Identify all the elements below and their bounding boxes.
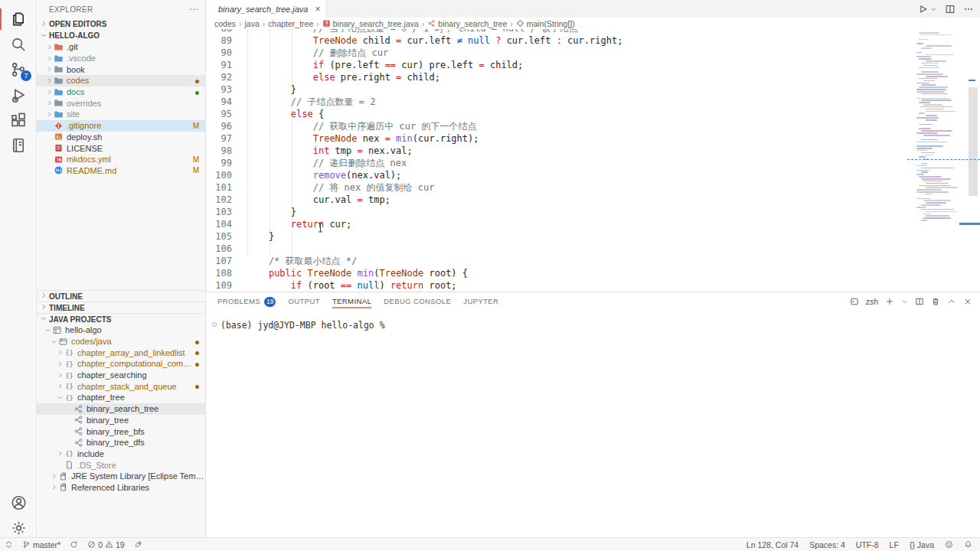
breadcrumb-item[interactable]: chapter_tree — [268, 19, 313, 28]
activity-extensions-icon[interactable] — [0, 107, 37, 133]
activity-files-icon[interactable] — [0, 6, 37, 32]
java-project-item-referencedlibraries[interactable]: Referenced Libraries — [37, 482, 205, 494]
code-line-101[interactable]: 101 // 将 nex 的值复制给 cur — [207, 181, 906, 194]
code-line-96[interactable]: 96 // 获取中序遍历中 cur 的下一个结点 — [207, 120, 906, 132]
java-runtime-status[interactable] — [134, 540, 142, 549]
close-icon[interactable] — [963, 297, 972, 306]
activity-run-debug-icon[interactable] — [0, 82, 37, 108]
code-line-92[interactable]: 92 else pre.right = child; — [207, 71, 906, 83]
explorer-item-deploy.sh[interactable]: deploy.sh — [37, 132, 205, 143]
panel-tab-debug-console[interactable]: DEBUG CONSOLE — [384, 292, 451, 311]
code-line-95[interactable]: 95 else { — [207, 108, 906, 120]
explorer-item-mkdocs.yml[interactable]: mkdocs.ymlM — [37, 154, 205, 165]
chevron-up-icon[interactable] — [947, 297, 956, 306]
java-project-item-hello-algo[interactable]: hello-algo — [37, 324, 205, 336]
sync-status[interactable] — [70, 540, 78, 549]
java-project-item-include[interactable]: {}include — [37, 448, 205, 460]
split-editor-icon[interactable] — [945, 4, 956, 15]
activity-source-control-icon[interactable]: 7 — [0, 57, 37, 83]
code-line-98[interactable]: 98 int tmp = nex.val; — [207, 145, 906, 157]
code-line-90[interactable]: 90 // 删除结点 cur — [207, 47, 906, 59]
java-project-item-chapter_tree[interactable]: {}chapter_tree — [37, 392, 205, 403]
editor-scrollbar[interactable] — [969, 87, 978, 196]
explorer-item-.gitignore[interactable]: .gitignoreM — [37, 120, 205, 132]
explorer-item-.vscode[interactable]: .vscode — [37, 53, 205, 64]
code-line-109[interactable]: 109 if (root == null) return root; — [207, 279, 906, 292]
plus-icon[interactable] — [885, 297, 894, 306]
java-project-item-chapter_computational_complexity[interactable]: {}chapter_computational_complexity — [37, 358, 205, 370]
java-project-item-chapter_array_and_linkedlist[interactable]: {}chapter_array_and_linkedlist — [37, 347, 205, 358]
code-line-103[interactable]: 103 } — [207, 206, 906, 218]
code-line-106[interactable]: 106 — [207, 243, 906, 255]
eol-status[interactable]: LF — [890, 540, 899, 549]
language-status[interactable]: {} Java — [910, 540, 934, 549]
activity-account-icon[interactable] — [0, 490, 37, 516]
indentation-status[interactable]: Spaces: 4 — [809, 540, 845, 549]
explorer-item-codes[interactable]: codes — [37, 75, 205, 86]
code-line-108[interactable]: 108 public TreeNode min(TreeNode root) { — [207, 267, 906, 279]
explorer-item-readme.md[interactable]: README.mdM — [37, 165, 205, 177]
code-line-93[interactable]: 93 } — [207, 83, 906, 96]
explorer-item-docs[interactable]: docs — [37, 86, 205, 98]
code-editor[interactable]: 88 // 当子结点数量 = 0 / 1 时， child = null / 该… — [207, 29, 980, 292]
trash-icon[interactable] — [931, 297, 940, 306]
java-projects-section[interactable]: JAVA PROJECTS — [37, 313, 205, 324]
code-line-88[interactable]: 88 // 当子结点数量 = 0 / 1 时， child = null / 该… — [207, 29, 906, 34]
branch-status[interactable]: master* — [22, 540, 60, 549]
terminal-picker-icon[interactable] — [850, 297, 859, 306]
java-project-item-chapter_searching[interactable]: {}chapter_searching — [37, 370, 205, 381]
open-editors-section[interactable]: OPEN EDITORS — [37, 18, 205, 30]
java-project-item-jresystemlibraryeclipsetemurin1717...[interactable]: JRE System Library [Eclipse Temurin 17 [… — [37, 471, 205, 482]
tab-close-icon[interactable]: × — [315, 4, 320, 15]
breadcrumb-item[interactable]: main(String[]) — [516, 19, 575, 28]
breadcrumb-item[interactable]: codes — [214, 19, 236, 28]
problems-status[interactable]: 019 — [87, 540, 125, 549]
code-line-89[interactable]: 89 TreeNode child = cur.left ≠ null ? cu… — [207, 34, 906, 47]
code-line-97[interactable]: 97 TreeNode nex = min(cur.right); — [207, 132, 906, 145]
notifications-bell[interactable] — [964, 540, 972, 549]
remote-indicator[interactable] — [5, 540, 13, 549]
sidebar-more-actions-icon[interactable]: ⋯ — [189, 4, 199, 15]
more-icon[interactable] — [963, 4, 974, 15]
shell-name-label[interactable]: zsh — [866, 297, 878, 306]
split-panel-icon[interactable] — [915, 297, 924, 306]
explorer-item-.git[interactable]: .git — [37, 41, 205, 53]
chevron-down-icon[interactable] — [901, 298, 908, 305]
terminal[interactable]: (base) jyd@JYD-MBP hello-algo % — [207, 311, 980, 331]
chevron-down-icon[interactable] — [930, 5, 937, 12]
java-project-item-codesjava[interactable]: codes/java — [37, 336, 205, 347]
explorer-item-site[interactable]: site — [37, 109, 205, 120]
code-line-91[interactable]: 91 if (pre.left == cur) pre.left = child… — [207, 59, 906, 71]
code-line-104[interactable]: 104 return cur; — [207, 218, 906, 230]
code-line-107[interactable]: 107 /* 获取最小结点 */ — [207, 255, 906, 267]
tab-binary-search-tree[interactable]: binary_search_tree.java × — [207, 0, 327, 18]
explorer-item-book[interactable]: book — [37, 64, 205, 75]
panel-tab-jupyter[interactable]: JUPYTER — [463, 292, 498, 311]
java-project-item-binary_tree[interactable]: binary_tree — [37, 415, 205, 426]
activity-notebook-icon[interactable] — [0, 132, 37, 158]
panel-tab-terminal[interactable]: TERMINAL — [332, 292, 371, 311]
activity-search-icon[interactable] — [0, 31, 37, 57]
breadcrumb-item[interactable]: java — [245, 19, 260, 28]
code-line-100[interactable]: 100 remove(nex.val); — [207, 169, 906, 181]
java-project-item-.ds_store[interactable]: .DS_Store — [37, 459, 205, 471]
panel-tab-problems[interactable]: PROBLEMS19 — [217, 292, 276, 311]
timeline-section[interactable]: TIMELINE — [37, 302, 205, 313]
cursor-position-status[interactable]: Ln 128, Col 74 — [746, 540, 799, 549]
code-line-99[interactable]: 99 // 递归删除结点 nex — [207, 157, 906, 169]
breadcrumb-item[interactable]: binary_search_tree — [427, 19, 507, 28]
code-line-102[interactable]: 102 cur.val = tmp; — [207, 194, 906, 206]
java-project-item-binary_tree_dfs[interactable]: binary_tree_dfs — [37, 437, 205, 448]
run-icon[interactable] — [917, 4, 928, 15]
explorer-item-license[interactable]: LICENSE — [37, 142, 205, 154]
feedback-status[interactable] — [945, 540, 953, 549]
breadcrumb-item[interactable]: binary_search_tree.java — [322, 19, 419, 28]
explorer-item-overrides[interactable]: overrides — [37, 97, 205, 109]
code-line-105[interactable]: 105 } — [207, 230, 906, 243]
outline-section[interactable]: OUTLINE — [37, 290, 205, 302]
java-project-item-binary_search_tree[interactable]: binary_search_tree — [37, 403, 205, 415]
java-project-item-chapter_stack_and_queue[interactable]: {}chapter_stack_and_queue — [37, 380, 205, 392]
root-folder-section[interactable]: HELLO-ALGO — [37, 30, 205, 41]
code-line-94[interactable]: 94 // 子结点数量 = 2 — [207, 96, 906, 108]
panel-tab-output[interactable]: OUTPUT — [288, 292, 319, 311]
